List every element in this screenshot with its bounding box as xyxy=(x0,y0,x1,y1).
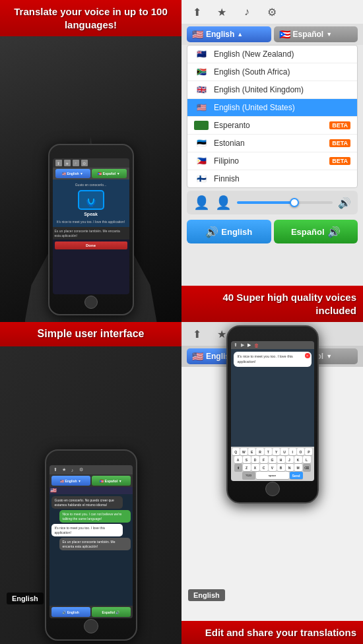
lang-item-uk[interactable]: 🇬🇧 English (United Kingdom) xyxy=(187,81,357,99)
top-icons-row: ⬆ ★ ♪ ⚙ xyxy=(182,0,363,24)
lang-to-pill[interactable]: 🇵🇷 Español ▼ xyxy=(274,26,358,42)
phone-screen-2: ⬆ ★ ♪ ⚙ 🇺🇸 English ▼ 🇵🇷 Español ▼ 🇺🇸 Gus… xyxy=(50,465,133,618)
bottom-es-btn[interactable]: Español 🔊 xyxy=(92,607,131,617)
forward-icon[interactable]: ▶ xyxy=(241,342,244,348)
key-d[interactable]: D xyxy=(251,456,259,463)
key-j[interactable]: J xyxy=(286,456,294,463)
lang-item-za[interactable]: 🇿🇦 English (South Africa) xyxy=(187,63,357,81)
lang-name-za: English (South Africa) xyxy=(214,67,350,77)
beta-badge-ph: BETA xyxy=(329,157,350,165)
star-icon: ★ xyxy=(64,160,71,166)
translate-banner-text: Translate your voice in up to 100 langua… xyxy=(7,5,175,31)
phone-mockup-4: ⬆ ▶ ▶ 🗑 It's nice to meet you too. I lov… xyxy=(226,325,319,503)
keyboard-row-bottom: ?123 space Send xyxy=(232,472,313,479)
close-btn[interactable]: × xyxy=(305,353,310,358)
cell-translate-voice: Translate your voice in up to 100 langua… xyxy=(0,0,182,322)
microphone-icon[interactable] xyxy=(78,190,104,210)
key-x[interactable]: X xyxy=(251,464,259,471)
lang-item-us[interactable]: 🇺🇸 English (United States) xyxy=(187,99,357,117)
key-backspace[interactable]: ⌫ xyxy=(303,464,311,471)
bottom-en-btn[interactable]: 🔊 English xyxy=(51,607,90,617)
flag-za: 🇿🇦 xyxy=(194,67,209,77)
volume-icon: ♪ xyxy=(73,160,79,166)
svg-rect-1 xyxy=(89,206,93,207)
key-send[interactable]: Send xyxy=(290,472,303,479)
lang-es-btn-2[interactable]: 🇵🇷 Español ▼ xyxy=(92,476,131,486)
home-btn-2[interactable] xyxy=(84,619,98,633)
gender-slider[interactable] xyxy=(237,201,333,204)
key-c[interactable]: C xyxy=(260,464,268,471)
key-p[interactable]: P xyxy=(305,448,312,455)
key-s[interactable]: S xyxy=(243,456,251,463)
key-l[interactable]: L xyxy=(303,456,311,463)
key-t[interactable]: T xyxy=(265,448,272,455)
key-a[interactable]: A xyxy=(234,456,242,463)
lang-item-ph[interactable]: 🇵🇭 Filipino BETA xyxy=(187,152,357,170)
star-icon-2: ★ xyxy=(61,467,67,473)
chat-msg-4: Es un placer conocerte también. Me encan… xyxy=(59,538,131,550)
key-h[interactable]: H xyxy=(277,456,285,463)
key-n[interactable]: N xyxy=(286,464,294,471)
share-icon[interactable]: ⬆ xyxy=(188,3,205,20)
key-i[interactable]: I xyxy=(289,448,296,455)
lang-from-pill[interactable]: 🇺🇸 English ▲ xyxy=(187,26,271,42)
key-z[interactable]: Z xyxy=(243,464,251,471)
keyboard-row-2: A S D F G H J K L xyxy=(232,456,313,463)
key-space[interactable]: space xyxy=(256,472,289,479)
key-f[interactable]: F xyxy=(260,456,268,463)
flag-eo xyxy=(194,121,209,130)
key-q[interactable]: Q xyxy=(232,448,240,455)
volume-icon[interactable]: ♪ xyxy=(238,3,255,20)
beta-badge-eo: BETA xyxy=(329,121,350,129)
speaker-icon: 🔊 xyxy=(338,197,351,209)
message-text: It's nice to meet you too. I love this a… xyxy=(238,354,308,364)
lang-item-et[interactable]: 🇪🇪 Estonian BETA xyxy=(187,135,357,152)
flag-fi: 🇫🇮 xyxy=(194,174,209,183)
key-m[interactable]: M xyxy=(294,464,302,471)
key-numbers[interactable]: ?123 xyxy=(242,472,255,479)
key-b[interactable]: B xyxy=(277,464,285,471)
key-shift[interactable]: ⬆ xyxy=(234,464,242,471)
espanol-btn[interactable]: Español 🔊 xyxy=(274,220,358,243)
key-e[interactable]: E xyxy=(248,448,255,455)
lang-btn-en[interactable]: 🇺🇸 English ▼ xyxy=(55,169,90,178)
delete-icon[interactable]: 🗑 xyxy=(254,343,259,348)
voices-banner-text: 40 Super high quality voices included xyxy=(188,291,356,317)
lang-name-us: English (United States) xyxy=(214,103,350,112)
english-label-4: English xyxy=(188,589,225,601)
english-btn[interactable]: 🔊 English xyxy=(187,220,271,243)
simple-banner-text: Simple user interface xyxy=(7,327,175,341)
message-bubble: It's nice to meet you too. I love this a… xyxy=(234,352,312,367)
edit-banner: Edit and share your translations xyxy=(182,621,363,645)
gender-bar: 👤 👤 🔊 xyxy=(187,191,358,214)
translated-text: Es un placer conocerte también. Me encan… xyxy=(55,229,127,238)
home-btn-4[interactable] xyxy=(265,482,280,496)
key-v[interactable]: V xyxy=(269,464,277,471)
key-r[interactable]: R xyxy=(256,448,263,455)
done-button[interactable]: Done xyxy=(55,242,127,249)
key-u[interactable]: U xyxy=(280,448,288,455)
home-button[interactable] xyxy=(84,296,98,309)
lang-item-fi[interactable]: 🇫🇮 Finnish xyxy=(187,170,357,187)
lang-item-eo[interactable]: Esperanto BETA xyxy=(187,117,357,135)
lang-item-nz[interactable]: 🇳🇿 English (New Zealand) xyxy=(187,46,357,63)
espanol-btn-label: Español xyxy=(291,227,325,237)
gear-icon[interactable]: ⚙ xyxy=(263,3,280,20)
lang-btn-es[interactable]: 🇵🇷 Español ▼ xyxy=(92,169,127,178)
gear-icon-2: ⚙ xyxy=(78,467,84,473)
cell-simple-ui: Simple user interface ⬆ ★ ♪ ⚙ 🇺🇸 English… xyxy=(0,322,182,644)
key-w[interactable]: W xyxy=(240,448,248,455)
lang-en-btn-2[interactable]: 🇺🇸 English ▼ xyxy=(51,476,90,486)
volume-icon-2: ♪ xyxy=(69,467,76,473)
play-icon[interactable]: ▶ xyxy=(248,342,251,348)
key-k[interactable]: K xyxy=(294,456,302,463)
message-bubble-area: It's nice to meet you too. I love this a… xyxy=(231,349,314,447)
share-icon-4[interactable]: ⬆ xyxy=(188,325,205,342)
share-icon-small[interactable]: ⬆ xyxy=(234,342,238,348)
star-icon[interactable]: ★ xyxy=(213,3,230,20)
share-icon-2: ⬆ xyxy=(52,467,59,473)
key-o[interactable]: O xyxy=(297,448,304,455)
key-y[interactable]: Y xyxy=(273,448,280,455)
key-g[interactable]: G xyxy=(269,456,277,463)
speak-label: Speak xyxy=(84,212,98,216)
